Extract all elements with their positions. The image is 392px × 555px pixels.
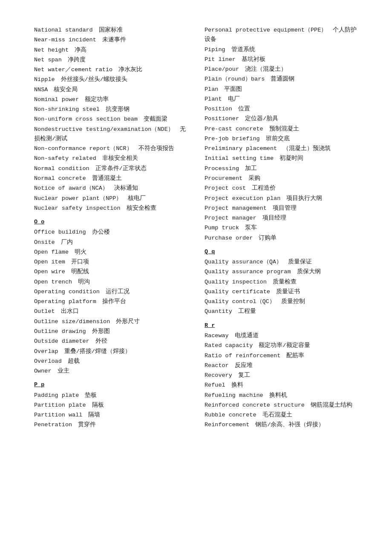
glossary-entry: Outlet 出水口 xyxy=(34,307,187,316)
glossary-entry: Plain（round）bars 普通圆钢 xyxy=(205,75,358,84)
glossary-entry: Reactor 反应堆 xyxy=(205,361,358,370)
glossary-entry: Quality certificate 质量证书 xyxy=(205,287,358,297)
glossary-entry: Nuclear power plant（NPP） 核电厂 xyxy=(34,194,187,203)
glossary-entry: Net height 净高 xyxy=(34,46,187,55)
glossary-entry: Overlap 重叠/搭接/焊缝（焊接） xyxy=(34,347,187,356)
glossary-entry: Position 位置 xyxy=(205,104,358,114)
right-column: Personal protective equipment（PPE） 个人防护设… xyxy=(205,26,358,431)
glossary-entry: Pump truck 泵车 xyxy=(205,223,358,233)
glossary-entry: National standard 国家标准 xyxy=(34,26,187,35)
glossary-entry: Project cost 工程造价 xyxy=(205,184,358,193)
glossary-entry: Non-conformance report（NCR） 不符合项报告 xyxy=(34,144,187,153)
glossary-entry: Office building 办公楼 xyxy=(34,228,187,237)
glossary-entry: NNSA 核安全局 xyxy=(34,85,187,95)
glossary-entry: Quality assurance program 质保大纲 xyxy=(205,267,358,277)
glossary-entry: Outside diameter 外径 xyxy=(34,337,187,346)
glossary-entry: Notice of award（NCA） 决标通知 xyxy=(34,184,187,193)
glossary-entry: Recovery 复工 xyxy=(205,371,358,380)
glossary-entry: Reinforcement 钢筋/余高、补强（焊接） xyxy=(205,420,358,430)
glossary-entry: Project management 项目管理 xyxy=(205,204,358,213)
glossary-entry: Onsite 厂内 xyxy=(34,238,187,247)
glossary-entry: Refuel 换料 xyxy=(205,381,358,390)
glossary-entry: Quality assurance（QA） 质量保证 xyxy=(205,257,358,267)
glossary-entry: Non-shrinking steel 抗变形钢 xyxy=(34,105,187,114)
section-header: P p xyxy=(34,380,187,390)
glossary-entry: Procurement 采购 xyxy=(205,174,358,183)
glossary-entry: Quality control（QC） 质量控制 xyxy=(205,297,358,306)
glossary-entry: Ratio of reinforcement 配筋率 xyxy=(205,351,358,361)
glossary-entry: Nondestructive testing/examination（NDE） … xyxy=(34,125,187,144)
glossary-entry: Purchase order 订购单 xyxy=(205,234,358,243)
glossary-entry: Outline size/dimension 外形尺寸 xyxy=(34,317,187,327)
glossary-entry: Padding plate 垫板 xyxy=(34,391,187,400)
glossary-entry: Plan 平面图 xyxy=(205,85,358,94)
glossary-entry: Place/pour 浇注（混凝土） xyxy=(205,65,358,74)
section-header: Q q xyxy=(205,247,358,257)
glossary-entry: Normal concrete 普通混凝土 xyxy=(34,174,187,183)
left-column: National standard 国家标准Near-miss incident… xyxy=(34,26,187,431)
glossary-entry: Open item 开口项 xyxy=(34,257,187,267)
glossary-entry: Piping 管道系统 xyxy=(205,45,358,55)
glossary-entry: Personal protective equipment（PPE） 个人防护设… xyxy=(205,26,358,45)
glossary-entry: Open flame 明火 xyxy=(34,248,187,257)
glossary-entry: Near-miss incident 未遂事件 xyxy=(34,35,187,45)
glossary-entry: Partition wall 隔墙 xyxy=(34,410,187,420)
glossary-entry: Operating condition 运行工况 xyxy=(34,287,187,297)
main-columns: National standard 国家标准Near-miss incident… xyxy=(34,26,358,431)
glossary-entry: Processing 加工 xyxy=(205,164,358,173)
glossary-entry: Quality inspection 质量检查 xyxy=(205,278,358,287)
glossary-entry: Operating platform 操作平台 xyxy=(34,297,187,306)
glossary-entry: Non-uniform cross section beam 变截面梁 xyxy=(34,115,187,124)
glossary-entry: Project manager 项目经理 xyxy=(205,214,358,223)
glossary-entry: Partition plate 隔板 xyxy=(34,401,187,410)
glossary-entry: Net water／cement ratio 净水灰比 xyxy=(34,65,187,75)
glossary-entry: Reinforced concrete structure 钢筋混凝土结构 xyxy=(205,401,358,410)
glossary-entry: Quantity 工程量 xyxy=(205,307,358,316)
glossary-entry: Raceway 电缆通道 xyxy=(205,331,358,341)
glossary-entry: Net span 净跨度 xyxy=(34,55,187,65)
glossary-entry: Pre-job briefing 班前交底 xyxy=(205,134,358,144)
glossary-entry: Open wire 明配线 xyxy=(34,267,187,277)
glossary-entry: Project execution plan 项目执行大纲 xyxy=(205,194,358,203)
glossary-entry: Rubble concrete 毛石混凝土 xyxy=(205,410,358,420)
glossary-entry: Rated capacity 额定功率/额定容量 xyxy=(205,341,358,350)
glossary-entry: Nipple 外丝接头/丝头/螺纹接头 xyxy=(34,75,187,84)
glossary-entry: Owner 业主 xyxy=(34,367,187,376)
glossary-entry: Refueling machine 换料机 xyxy=(205,391,358,400)
section-header: R r xyxy=(205,321,358,330)
glossary-entry: Overload 超载 xyxy=(34,357,187,366)
glossary-entry: Plant 电厂 xyxy=(205,95,358,104)
glossary-entry: Open trench 明沟 xyxy=(34,278,187,287)
section-header: O o xyxy=(34,217,187,227)
glossary-entry: Initial setting time 初凝时间 xyxy=(205,154,358,163)
glossary-entry: Pit liner 基坑衬板 xyxy=(205,55,358,64)
glossary-entry: Pre-cast concrete 预制混凝土 xyxy=(205,124,358,134)
glossary-entry: Nuclear safety inspection 核安全检查 xyxy=(34,204,187,213)
glossary-entry: Positioner 定位器/胎具 xyxy=(205,114,358,124)
glossary-entry: Normal condition 正常条件/正常状态 xyxy=(34,164,187,173)
glossary-entry: Outline drawing 外形图 xyxy=(34,327,187,336)
glossary-entry: Nominal power 额定功率 xyxy=(34,95,187,104)
glossary-entry: Non-safety related 非核安全相关 xyxy=(34,154,187,163)
glossary-entry: Penetration 贯穿件 xyxy=(34,420,187,430)
glossary-entry: Preliminary placement （混凝土）预浇筑 xyxy=(205,144,358,153)
